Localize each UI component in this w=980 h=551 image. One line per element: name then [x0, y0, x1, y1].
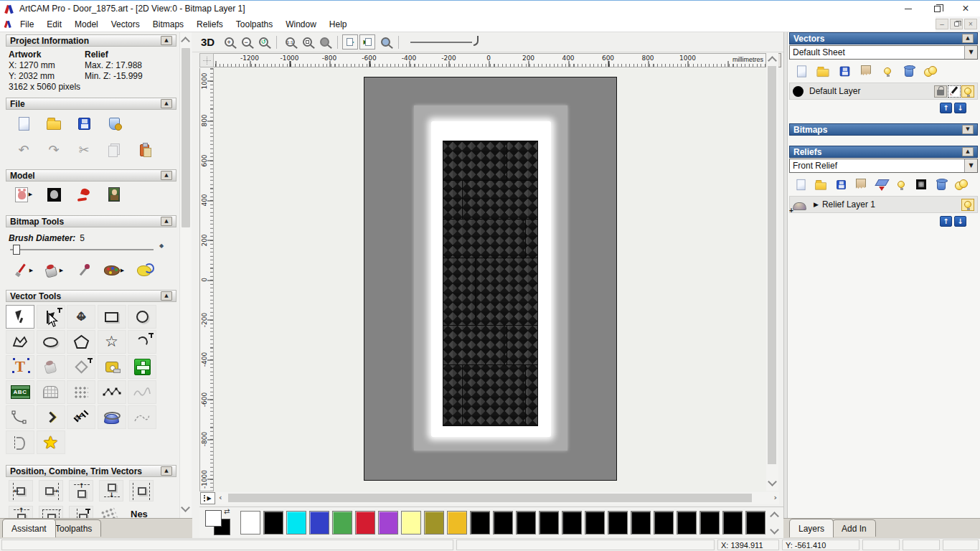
color-swatch[interactable] — [309, 511, 329, 534]
centre-in-page-tool[interactable]: ↑ — [9, 506, 33, 518]
vertical-ruler[interactable]: 10008006004002000-200-400-600-800-1000 — [199, 68, 214, 491]
options-button[interactable] — [99, 113, 129, 133]
align-bottom-tool[interactable]: ↓ — [99, 480, 123, 501]
restore-button[interactable] — [923, 1, 951, 17]
move-layer-down-button[interactable]: ↓ — [954, 103, 966, 113]
create-text-tool[interactable]: T — [6, 355, 34, 379]
preview-relief-button[interactable] — [377, 34, 394, 50]
color-swatch[interactable] — [677, 511, 697, 534]
greyscale-preview-button[interactable] — [911, 176, 931, 193]
open-relief-layer-button[interactable] — [811, 176, 831, 193]
scroll-down-icon[interactable] — [768, 477, 777, 486]
create-spline-tool[interactable] — [128, 405, 156, 429]
zoom-selection-button[interactable] — [316, 34, 333, 50]
menu-item[interactable]: Window — [279, 17, 323, 32]
text-panel-tool[interactable]: ABC — [6, 380, 34, 404]
copy-button[interactable] — [99, 140, 129, 160]
dropdown-button[interactable]: ▼ — [964, 159, 977, 172]
file-section-header[interactable]: File ▲ — [6, 98, 176, 110]
color-swatch[interactable] — [562, 511, 582, 534]
model-section-header[interactable]: Model ▲ — [6, 169, 176, 182]
envelope-distortion-tool[interactable] — [37, 380, 65, 404]
mirror-vectors-tool[interactable] — [6, 430, 34, 454]
expand-arrow-icon[interactable]: ▶ — [814, 202, 819, 208]
save-vector-layer-button[interactable] — [834, 62, 855, 80]
color-swatch[interactable] — [378, 511, 398, 534]
transfer-relief-layer-button[interactable] — [871, 176, 891, 193]
flyout-arrow-icon[interactable]: ▶ — [29, 268, 33, 273]
color-swatch[interactable] — [631, 511, 651, 534]
create-circle-tool[interactable] — [128, 305, 156, 329]
colour-picker-button[interactable] — [69, 260, 99, 281]
vector-tools-header[interactable]: Vector Tools ▲ — [6, 290, 176, 302]
texture-tool-button[interactable] — [129, 260, 159, 281]
color-swatch[interactable] — [447, 511, 467, 534]
open-vector-layer-button[interactable] — [812, 62, 834, 80]
greyscale-slider[interactable] — [410, 42, 472, 43]
project-information-header[interactable]: Project Information ▲ — [6, 34, 176, 47]
align-left-tool[interactable]: ← — [9, 480, 33, 501]
scrollbar-thumb[interactable] — [182, 48, 190, 227]
fit-curve-tool[interactable] — [98, 380, 126, 404]
scroll-up-icon[interactable] — [181, 37, 190, 46]
colour-palette-button[interactable]: ▶ — [99, 260, 129, 281]
collapse-section-button[interactable]: ▲ — [161, 291, 172, 301]
vectors-panel-header[interactable]: Vectors ▲ — [789, 32, 978, 44]
scroll-down-icon[interactable] — [770, 525, 779, 534]
color-swatch[interactable] — [470, 511, 490, 534]
color-swatch[interactable] — [332, 511, 352, 534]
texture-relief-button[interactable] — [99, 184, 129, 204]
open-model-button[interactable] — [39, 113, 69, 133]
zoom-in-button[interactable]: + — [220, 34, 237, 50]
color-swatch[interactable] — [424, 511, 444, 534]
delete-layer-button[interactable] — [898, 62, 920, 80]
reliefs-panel-header[interactable]: Reliefs ▲ — [789, 146, 978, 158]
color-swatch[interactable] — [539, 511, 559, 534]
scroll-down-icon[interactable] — [181, 503, 190, 512]
menu-item[interactable]: Help — [323, 17, 354, 32]
tab-layers[interactable]: Layers — [789, 519, 834, 537]
vector-doctor-tool[interactable]: ★ — [37, 430, 65, 454]
menu-item[interactable]: Model — [68, 17, 105, 32]
vector-layer-row[interactable]: Default Layer — [789, 83, 978, 100]
nesting-tool[interactable]: Nes — [129, 506, 161, 518]
lighting-button[interactable] — [69, 184, 99, 204]
greyscale-slider-handle[interactable] — [473, 36, 479, 46]
paste-along-curve-tool[interactable] — [67, 380, 95, 404]
create-ellipse-tool[interactable] — [37, 330, 65, 354]
minimize-button[interactable] — [894, 1, 923, 17]
create-star-tool[interactable]: ☆ — [98, 330, 126, 354]
color-swatch[interactable] — [516, 511, 536, 534]
offset-vectors-tool[interactable] — [67, 355, 95, 379]
color-swatch[interactable] — [654, 511, 674, 534]
nesting-dots-tool[interactable] — [99, 506, 123, 518]
extrude-tool[interactable] — [98, 405, 126, 429]
menu-item[interactable]: Reliefs — [190, 17, 230, 32]
collapse-section-button[interactable]: ▲ — [161, 36, 172, 45]
layer-visibility-button[interactable] — [961, 199, 974, 211]
collapse-section-button[interactable]: ▲ — [161, 217, 172, 226]
color-swatch[interactable] — [286, 511, 306, 534]
align-right-tool[interactable]: → — [39, 480, 63, 501]
tab-add-in[interactable]: Add In — [832, 519, 876, 537]
scroll-right-icon[interactable]: › — [773, 494, 777, 501]
color-swatch[interactable] — [401, 511, 421, 534]
bitmaps-panel-header[interactable]: Bitmaps ▼ — [789, 123, 978, 136]
free-sketch-tool[interactable] — [128, 380, 156, 404]
menu-item[interactable]: Vectors — [105, 17, 146, 32]
toggle-all-relief-layers-button[interactable] — [951, 176, 971, 193]
mdi-minimize-button[interactable]: – — [936, 19, 948, 29]
save-model-button[interactable] — [69, 113, 99, 133]
color-swatch[interactable] — [745, 511, 765, 534]
menu-item[interactable]: File — [14, 17, 40, 32]
move-layer-up-button[interactable]: ↑ — [940, 216, 952, 227]
scroll-up-icon[interactable] — [770, 512, 779, 521]
align-centre-tool[interactable] — [129, 480, 154, 501]
scroll-up-icon[interactable] — [768, 56, 777, 65]
create-arc-tool[interactable] — [128, 330, 156, 354]
create-rectangle-tool[interactable] — [98, 305, 126, 329]
select-vectors-tool[interactable] — [6, 305, 34, 329]
slider-handle[interactable] — [13, 245, 20, 255]
redo-button[interactable]: ↷ — [39, 140, 69, 160]
wrap-text-tool[interactable] — [37, 355, 65, 379]
